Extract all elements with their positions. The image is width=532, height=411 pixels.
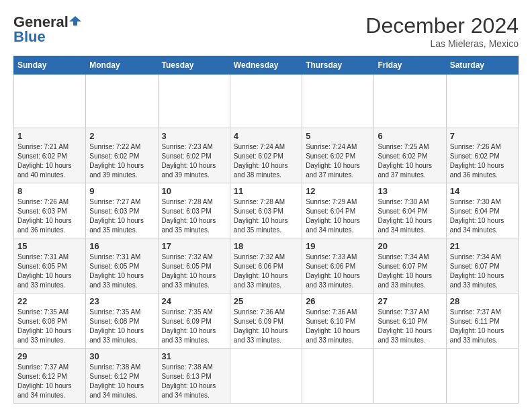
day-info: Sunrise: 7:34 AM Sunset: 6:07 PM Dayligh…: [378, 253, 442, 290]
calendar-cell: 5 Sunrise: 7:24 AM Sunset: 6:02 PM Dayli…: [302, 128, 374, 183]
day-info: Sunrise: 7:26 AM Sunset: 6:02 PM Dayligh…: [450, 142, 515, 180]
day-info: Sunrise: 7:27 AM Sunset: 6:03 PM Dayligh…: [89, 197, 154, 235]
day-info: Sunrise: 7:25 AM Sunset: 6:02 PM Dayligh…: [378, 142, 442, 180]
day-info: Sunrise: 7:30 AM Sunset: 6:04 PM Dayligh…: [378, 197, 442, 235]
page-header: General Blue December 2024 Las Mieleras,…: [13, 13, 519, 49]
svg-marker-0: [69, 16, 81, 26]
day-info: Sunrise: 7:28 AM Sunset: 6:03 PM Dayligh…: [162, 197, 226, 235]
day-number: 9: [89, 186, 154, 196]
day-info: Sunrise: 7:24 AM Sunset: 6:02 PM Dayligh…: [306, 142, 370, 180]
calendar-cell: 12 Sunrise: 7:29 AM Sunset: 6:04 PM Dayl…: [302, 183, 374, 238]
day-info: Sunrise: 7:38 AM Sunset: 6:13 PM Dayligh…: [162, 363, 226, 400]
calendar-cell: 29 Sunrise: 7:37 AM Sunset: 6:12 PM Dayl…: [14, 349, 86, 404]
day-number: 31: [162, 351, 226, 361]
day-number: 18: [234, 241, 298, 251]
day-number: 26: [306, 296, 370, 306]
calendar-cell: 17 Sunrise: 7:32 AM Sunset: 6:05 PM Dayl…: [158, 238, 230, 293]
logo-bird-icon: [69, 15, 81, 27]
day-info: Sunrise: 7:37 AM Sunset: 6:12 PM Dayligh…: [17, 363, 82, 400]
day-info: Sunrise: 7:29 AM Sunset: 6:04 PM Dayligh…: [306, 197, 370, 235]
day-number: 8: [17, 186, 82, 196]
day-number: 13: [378, 186, 442, 196]
calendar-cell: 25 Sunrise: 7:36 AM Sunset: 6:09 PM Dayl…: [230, 293, 302, 349]
day-info: Sunrise: 7:38 AM Sunset: 6:12 PM Dayligh…: [89, 363, 154, 400]
day-number: 17: [162, 241, 226, 251]
day-info: Sunrise: 7:32 AM Sunset: 6:06 PM Dayligh…: [234, 253, 298, 290]
day-info: Sunrise: 7:33 AM Sunset: 6:06 PM Dayligh…: [306, 253, 370, 290]
day-number: 1: [17, 131, 82, 141]
calendar-cell: 23 Sunrise: 7:35 AM Sunset: 6:08 PM Dayl…: [86, 293, 158, 349]
calendar-cell: 3 Sunrise: 7:23 AM Sunset: 6:02 PM Dayli…: [158, 128, 230, 183]
day-number: 24: [162, 296, 226, 306]
logo-blue: Blue: [13, 28, 46, 46]
day-info: Sunrise: 7:23 AM Sunset: 6:02 PM Dayligh…: [162, 142, 226, 180]
calendar-cell: 10 Sunrise: 7:28 AM Sunset: 6:03 PM Dayl…: [158, 183, 230, 238]
day-number: 29: [17, 351, 82, 361]
calendar-cell: 20 Sunrise: 7:34 AM Sunset: 6:07 PM Dayl…: [374, 238, 446, 293]
calendar-cell: [86, 75, 158, 128]
day-info: Sunrise: 7:35 AM Sunset: 6:08 PM Dayligh…: [89, 308, 154, 345]
day-info: Sunrise: 7:35 AM Sunset: 6:09 PM Dayligh…: [162, 308, 226, 345]
day-number: 6: [378, 131, 442, 141]
day-number: 21: [450, 241, 515, 251]
day-info: Sunrise: 7:24 AM Sunset: 6:02 PM Dayligh…: [234, 142, 298, 180]
day-info: Sunrise: 7:31 AM Sunset: 6:05 PM Dayligh…: [89, 253, 154, 290]
weekday-header: Thursday: [302, 56, 374, 75]
calendar-cell: 2 Sunrise: 7:22 AM Sunset: 6:02 PM Dayli…: [86, 128, 158, 183]
day-number: 25: [234, 296, 298, 306]
day-number: 3: [162, 131, 226, 141]
title-block: December 2024 Las Mieleras, Mexico: [365, 13, 519, 49]
weekday-header: Wednesday: [230, 56, 302, 75]
calendar-cell: 30 Sunrise: 7:38 AM Sunset: 6:12 PM Dayl…: [86, 349, 158, 404]
calendar-cell: 28 Sunrise: 7:37 AM Sunset: 6:11 PM Dayl…: [446, 293, 518, 349]
day-info: Sunrise: 7:22 AM Sunset: 6:02 PM Dayligh…: [89, 142, 154, 180]
day-number: 30: [89, 351, 154, 361]
day-info: Sunrise: 7:26 AM Sunset: 6:03 PM Dayligh…: [17, 197, 82, 235]
calendar-cell: [158, 75, 230, 128]
day-info: Sunrise: 7:21 AM Sunset: 6:02 PM Dayligh…: [17, 142, 82, 180]
calendar-cell: 15 Sunrise: 7:31 AM Sunset: 6:05 PM Dayl…: [14, 238, 86, 293]
day-info: Sunrise: 7:32 AM Sunset: 6:05 PM Dayligh…: [162, 253, 226, 290]
calendar-cell: 19 Sunrise: 7:33 AM Sunset: 6:06 PM Dayl…: [302, 238, 374, 293]
calendar-cell: [446, 349, 518, 404]
calendar-cell: [374, 349, 446, 404]
calendar-cell: 1 Sunrise: 7:21 AM Sunset: 6:02 PM Dayli…: [14, 128, 86, 183]
day-number: 11: [234, 186, 298, 196]
calendar-cell: 31 Sunrise: 7:38 AM Sunset: 6:13 PM Dayl…: [158, 349, 230, 404]
logo: General Blue: [13, 13, 81, 46]
calendar-cell: 27 Sunrise: 7:37 AM Sunset: 6:10 PM Dayl…: [374, 293, 446, 349]
calendar-cell: 6 Sunrise: 7:25 AM Sunset: 6:02 PM Dayli…: [374, 128, 446, 183]
day-info: Sunrise: 7:35 AM Sunset: 6:08 PM Dayligh…: [17, 308, 82, 345]
calendar-cell: 11 Sunrise: 7:28 AM Sunset: 6:03 PM Dayl…: [230, 183, 302, 238]
day-info: Sunrise: 7:37 AM Sunset: 6:10 PM Dayligh…: [378, 308, 442, 345]
day-info: Sunrise: 7:36 AM Sunset: 6:09 PM Dayligh…: [234, 308, 298, 345]
calendar-cell: [230, 75, 302, 128]
weekday-header: Saturday: [446, 56, 518, 75]
calendar-cell: 16 Sunrise: 7:31 AM Sunset: 6:05 PM Dayl…: [86, 238, 158, 293]
day-info: Sunrise: 7:36 AM Sunset: 6:10 PM Dayligh…: [306, 308, 370, 345]
calendar-cell: 26 Sunrise: 7:36 AM Sunset: 6:10 PM Dayl…: [302, 293, 374, 349]
calendar-cell: 22 Sunrise: 7:35 AM Sunset: 6:08 PM Dayl…: [14, 293, 86, 349]
day-number: 5: [306, 131, 370, 141]
day-info: Sunrise: 7:28 AM Sunset: 6:03 PM Dayligh…: [234, 197, 298, 235]
calendar-cell: 21 Sunrise: 7:34 AM Sunset: 6:07 PM Dayl…: [446, 238, 518, 293]
day-number: 19: [306, 241, 370, 251]
day-number: 23: [89, 296, 154, 306]
day-number: 15: [17, 241, 82, 251]
calendar-cell: 7 Sunrise: 7:26 AM Sunset: 6:02 PM Dayli…: [446, 128, 518, 183]
calendar-table: SundayMondayTuesdayWednesdayThursdayFrid…: [13, 56, 519, 404]
weekday-header: Monday: [86, 56, 158, 75]
calendar-cell: [302, 75, 374, 128]
day-number: 7: [450, 131, 515, 141]
calendar-cell: [14, 75, 86, 128]
day-number: 22: [17, 296, 82, 306]
location: Las Mieleras, Mexico: [365, 38, 519, 49]
month-title: December 2024: [365, 13, 519, 38]
calendar-cell: 4 Sunrise: 7:24 AM Sunset: 6:02 PM Dayli…: [230, 128, 302, 183]
calendar-cell: 9 Sunrise: 7:27 AM Sunset: 6:03 PM Dayli…: [86, 183, 158, 238]
calendar-cell: [374, 75, 446, 128]
calendar-cell: 18 Sunrise: 7:32 AM Sunset: 6:06 PM Dayl…: [230, 238, 302, 293]
day-info: Sunrise: 7:34 AM Sunset: 6:07 PM Dayligh…: [450, 253, 515, 290]
weekday-header: Friday: [374, 56, 446, 75]
calendar-cell: 8 Sunrise: 7:26 AM Sunset: 6:03 PM Dayli…: [14, 183, 86, 238]
